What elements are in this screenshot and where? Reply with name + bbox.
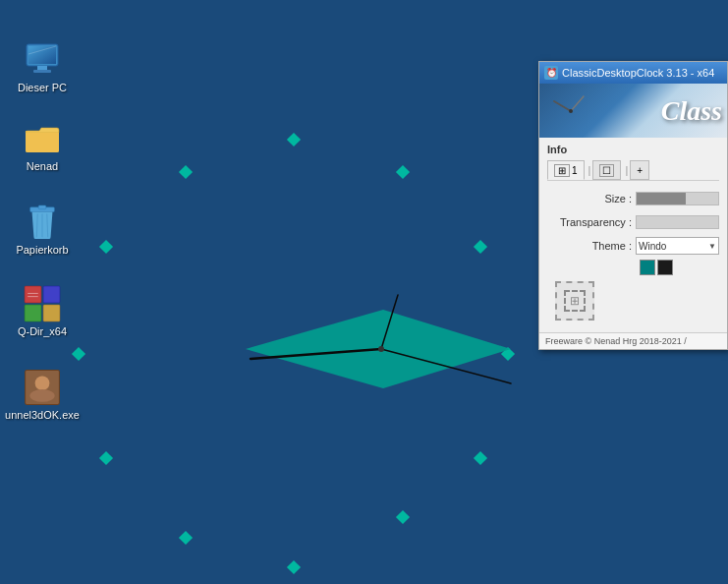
- banner-clock-svg: [544, 87, 598, 136]
- svg-rect-3: [33, 70, 51, 73]
- diamond-decoration: [396, 165, 410, 179]
- banner-title: Class: [661, 95, 722, 127]
- qdir-icon: [24, 285, 61, 322]
- cdc-app-icon: ⏰: [544, 66, 558, 80]
- diamond-decoration: [287, 560, 301, 574]
- cdc-banner: Class: [539, 84, 727, 138]
- diamond-decoration: [396, 510, 410, 524]
- desktop-icon-label: Q-Dir_x64: [18, 325, 67, 338]
- diamond-decoration: [99, 240, 113, 254]
- diamond-decoration: [72, 347, 85, 361]
- desktop-icon-label: Dieser PC: [18, 82, 67, 94]
- desktop-icon-papierkorb[interactable]: Papierkorb: [8, 204, 77, 257]
- size-slider[interactable]: [636, 192, 719, 205]
- desktop-icon-label: unnel3dOK.exe: [5, 409, 80, 422]
- svg-rect-2: [37, 66, 47, 70]
- svg-rect-13: [25, 305, 41, 321]
- diamond-decoration: [474, 451, 487, 465]
- theme-field-row: Theme : Windo ▼: [547, 236, 719, 256]
- cdc-body: Info ⊞ 1 | ☐ | + Size :: [539, 138, 727, 332]
- desktop-icon-qdir[interactable]: Q-Dir_x64: [8, 285, 77, 338]
- tab-add[interactable]: +: [630, 160, 649, 180]
- icon-placeholder[interactable]: ⊞: [555, 281, 594, 321]
- icon-placeholder-inner: ⊞: [564, 290, 586, 312]
- desktop-icon-dieser-pc[interactable]: Dieser PC: [8, 41, 77, 94]
- svg-point-20: [29, 389, 54, 402]
- svg-rect-7: [38, 205, 46, 209]
- theme-label: Theme :: [547, 240, 636, 252]
- theme-dropdown[interactable]: Windo ▼: [636, 237, 719, 255]
- desktop-icon-funnel[interactable]: unnel3dOK.exe: [8, 369, 77, 422]
- tab-separator: |: [588, 164, 591, 176]
- svg-rect-12: [43, 286, 60, 303]
- cdc-title: ClassicDesktopClock 3.13 - x64: [562, 67, 722, 79]
- footer-text: Freeware © Nenad Hrg 2018-2021 /: [545, 336, 687, 346]
- cdc-window: ⏰ ClassicDesktopClock 3.13 - x64 Class I…: [538, 61, 728, 350]
- funnel-icon: [24, 369, 61, 406]
- recycle-icon: [24, 204, 61, 241]
- icon-placeholder-area: ⊞: [547, 281, 719, 321]
- color-swatch-dark[interactable]: [657, 260, 673, 275]
- diamond-decoration: [179, 165, 193, 179]
- color-swatch-teal[interactable]: [640, 260, 655, 275]
- svg-rect-14: [43, 305, 60, 321]
- diamond-decoration: [99, 451, 113, 465]
- tab-1-label: 1: [572, 165, 578, 176]
- svg-rect-11: [25, 286, 41, 303]
- dropdown-arrow-icon: ▼: [708, 242, 716, 251]
- size-label: Size :: [547, 193, 636, 204]
- svg-point-19: [35, 376, 50, 390]
- transparency-label: Transparency :: [547, 216, 636, 228]
- diamond-decoration: [474, 240, 487, 254]
- monitor-icon: [24, 41, 61, 79]
- svg-line-26: [554, 101, 571, 111]
- desktop-icon-label: Papierkorb: [16, 244, 68, 257]
- tab-1[interactable]: ⊞ 1: [547, 160, 585, 180]
- svg-point-28: [569, 109, 573, 113]
- svg-rect-4: [28, 46, 56, 64]
- color-swatches: [640, 260, 719, 275]
- info-label: Info: [547, 144, 719, 155]
- desktop-clock-visual: [138, 275, 521, 433]
- tab-add-label: +: [637, 165, 643, 176]
- desktop: Dieser PC Nenad Papierkorb: [0, 0, 728, 584]
- svg-point-25: [378, 346, 384, 352]
- folder-icon: [24, 120, 61, 157]
- cdc-titlebar[interactable]: ⏰ ClassicDesktopClock 3.13 - x64: [539, 62, 727, 84]
- diamond-decoration: [179, 531, 193, 545]
- size-field-row: Size :: [547, 189, 719, 208]
- desktop-icon-label: Nenad: [27, 160, 58, 173]
- desktop-icon-nenad[interactable]: Nenad: [8, 120, 77, 173]
- cdc-footer: Freeware © Nenad Hrg 2018-2021 /: [539, 332, 727, 349]
- transparency-field-row: Transparency :: [547, 212, 719, 232]
- tab-separator-2: |: [625, 164, 628, 176]
- transparency-slider[interactable]: [636, 215, 719, 229]
- tab-2[interactable]: ☐: [592, 160, 621, 180]
- tab-bar: ⊞ 1 | ☐ | +: [547, 160, 719, 181]
- placeholder-symbol: ⊞: [570, 294, 580, 308]
- theme-value: Windo: [639, 241, 666, 252]
- diamond-decoration: [287, 133, 301, 146]
- svg-line-27: [571, 96, 584, 111]
